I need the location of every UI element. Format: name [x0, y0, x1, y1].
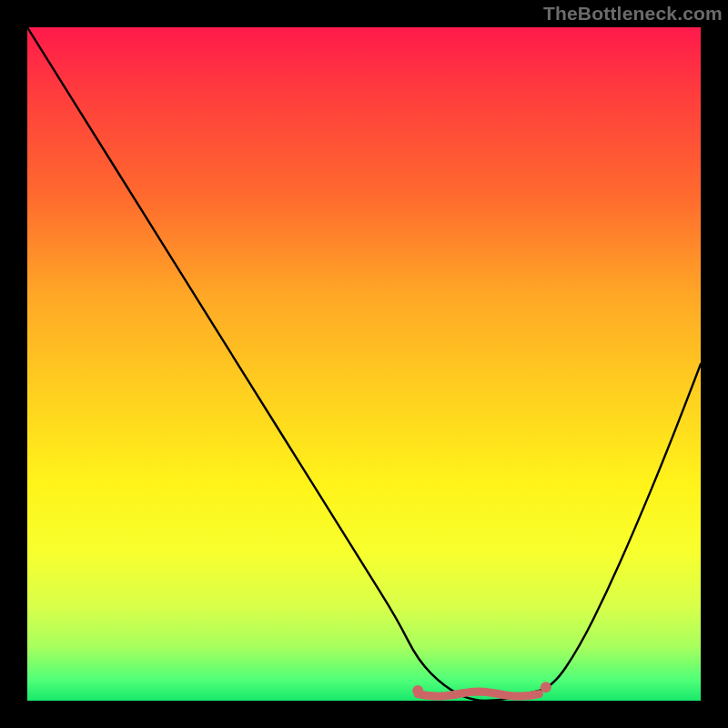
flat-region-band: [418, 692, 539, 696]
chart-stage: TheBottleneck.com: [0, 0, 728, 728]
flat-region-left-dot: [412, 685, 423, 696]
curve-svg: [27, 27, 701, 701]
flat-region-right-dot: [541, 682, 551, 693]
bottleneck-curve: [27, 27, 701, 701]
plot-area: [27, 27, 701, 701]
watermark-text: TheBottleneck.com: [543, 3, 723, 25]
